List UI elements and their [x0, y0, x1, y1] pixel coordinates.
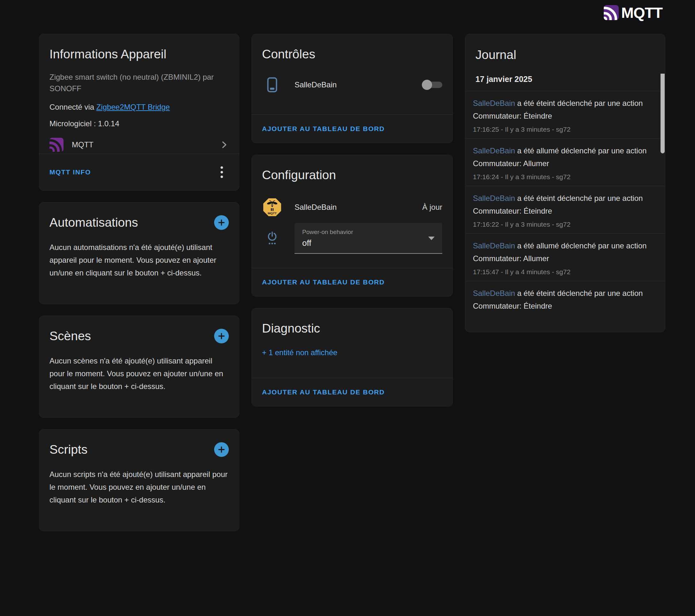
- zigbee2mqtt-icon: MQTT: [263, 198, 282, 216]
- scripts-card: Scripts Aucun scripts n'a été ajouté(e) …: [39, 429, 239, 531]
- mqtt-brand-logo: MQTT: [604, 4, 662, 21]
- device-info-card: Informations Appareil Zigbee smart switc…: [39, 34, 239, 191]
- controls-add-to-dashboard-button[interactable]: AJOUTER AU TABLEAU DE BORD: [262, 125, 385, 133]
- power-on-behavior-select[interactable]: Power-on behavior off: [294, 223, 442, 254]
- mqtt-row-label: MQTT: [72, 140, 219, 149]
- scripts-title: Scripts: [49, 442, 87, 457]
- mqtt-config-row[interactable]: MQTT: [49, 138, 229, 154]
- select-value: off: [302, 238, 423, 248]
- more-options-icon[interactable]: [220, 166, 224, 179]
- journal-entry-time: 17:15:47 - Il y a 4 minutes - sg72: [473, 268, 652, 276]
- hidden-entities-link[interactable]: + 1 entité non affichée: [262, 348, 442, 357]
- automations-title: Automatisations: [49, 215, 138, 230]
- plus-icon: [217, 445, 226, 454]
- journal-entry-message: SalleDeBain a été allumé déclenché par u…: [473, 144, 652, 170]
- journal-entry-time: 17:16:24 - Il y a 3 minutes - sg72: [473, 173, 652, 181]
- mqtt-info-button[interactable]: MQTT INFO: [49, 168, 91, 176]
- mqtt-logo-icon: [604, 5, 619, 20]
- configuration-title: Configuration: [262, 168, 442, 183]
- plus-icon: [217, 332, 226, 340]
- svg-text:MQTT: MQTT: [268, 211, 277, 215]
- device-connected-via: Connecté via Zigbee2MQTT Bridge: [49, 103, 229, 111]
- configuration-add-to-dashboard-button[interactable]: AJOUTER AU TABLEAU DE BORD: [262, 278, 385, 286]
- add-scene-button[interactable]: [214, 329, 229, 344]
- select-label: Power-on behavior: [302, 229, 423, 235]
- brand-text: MQTT: [621, 4, 662, 21]
- controls-card: Contrôles SalleDeBain: [252, 34, 453, 143]
- journal-entry-message: SalleDeBain a été éteint déclenché par u…: [473, 192, 652, 217]
- diagnostic-title: Diagnostic: [262, 321, 442, 336]
- journal-entity-link[interactable]: SalleDeBain: [473, 146, 515, 155]
- scenes-title: Scènes: [49, 329, 91, 344]
- journal-entry-time: 17:16:25 - Il y a 3 minutes - sg72: [473, 126, 652, 133]
- journal-entity-link[interactable]: SalleDeBain: [473, 241, 515, 250]
- journal-entries: SalleDeBain a été éteint déclenché par u…: [465, 91, 665, 318]
- device-info-title: Informations Appareil: [49, 47, 229, 62]
- journal-scrollbar[interactable]: [661, 74, 665, 153]
- journal-entry: SalleDeBain a été éteint déclenché par u…: [465, 91, 665, 138]
- diagnostic-card: Diagnostic + 1 entité non affichée AJOUT…: [252, 308, 453, 406]
- configuration-entity-name[interactable]: SalleDeBain: [294, 203, 422, 212]
- mqtt-icon: [49, 138, 64, 152]
- chevron-right-icon: [219, 140, 229, 149]
- scenes-card: Scènes Aucun scènes n'a été ajouté(e) ut…: [39, 316, 239, 418]
- power-settings-icon: [267, 231, 278, 245]
- journal-title: Journal: [475, 48, 655, 63]
- journal-entity-link[interactable]: SalleDeBain: [473, 194, 515, 203]
- journal-card: Journal 17 janvier 2025 SalleDeBain a ét…: [465, 34, 665, 332]
- toggle-thumb: [422, 80, 432, 90]
- journal-entry: SalleDeBain a été éteint déclenché par u…: [465, 186, 665, 233]
- journal-date-header: 17 janvier 2025: [475, 75, 655, 84]
- journal-entry-message: SalleDeBain a été éteint déclenché par u…: [473, 97, 652, 122]
- diagnostic-add-to-dashboard-button[interactable]: AJOUTER AU TABLEAU DE BORD: [262, 388, 385, 396]
- journal-entry-message: SalleDeBain a été éteint déclenché par u…: [473, 287, 652, 313]
- add-automation-button[interactable]: [214, 215, 229, 230]
- journal-entry: SalleDeBain a été allumé déclenché par u…: [465, 138, 665, 186]
- device-description: Zigbee smart switch (no neutral) (ZBMINI…: [49, 71, 229, 94]
- scenes-empty-text: Aucun scènes n'a été ajouté(e) utilisant…: [49, 355, 229, 393]
- journal-entity-link[interactable]: SalleDeBain: [473, 289, 515, 298]
- update-status: À jour: [422, 203, 442, 212]
- connected-via-prefix: Connecté via: [49, 103, 96, 111]
- entity-toggle-off[interactable]: [422, 80, 442, 90]
- switch-icon: [267, 77, 277, 92]
- journal-entity-link[interactable]: SalleDeBain: [473, 99, 515, 107]
- plus-icon: [217, 218, 226, 227]
- automations-card: Automatisations Aucun automatisations n'…: [39, 202, 239, 304]
- device-firmware: Micrologiciel : 1.0.14: [49, 119, 229, 128]
- zigbee2mqtt-bridge-link[interactable]: Zigbee2MQTT Bridge: [96, 103, 170, 111]
- add-script-button[interactable]: [214, 442, 229, 457]
- controls-entity-name[interactable]: SalleDeBain: [294, 80, 422, 89]
- dropdown-caret-icon: [428, 236, 435, 240]
- controls-title: Contrôles: [262, 47, 442, 62]
- journal-entry-message: SalleDeBain a été allumé déclenché par u…: [473, 240, 652, 265]
- journal-entry: SalleDeBain a été allumé déclenché par u…: [465, 233, 665, 281]
- journal-entry-time: 17:16:22 - Il y a 3 minutes - sg72: [473, 221, 652, 228]
- automations-empty-text: Aucun automatisations n'a été ajouté(e) …: [49, 241, 229, 279]
- configuration-card: Configuration: [252, 155, 453, 297]
- scripts-empty-text: Aucun scripts n'a été ajouté(e) utilisan…: [49, 468, 229, 506]
- journal-entry: SalleDeBain a été éteint déclenché par u…: [465, 281, 665, 318]
